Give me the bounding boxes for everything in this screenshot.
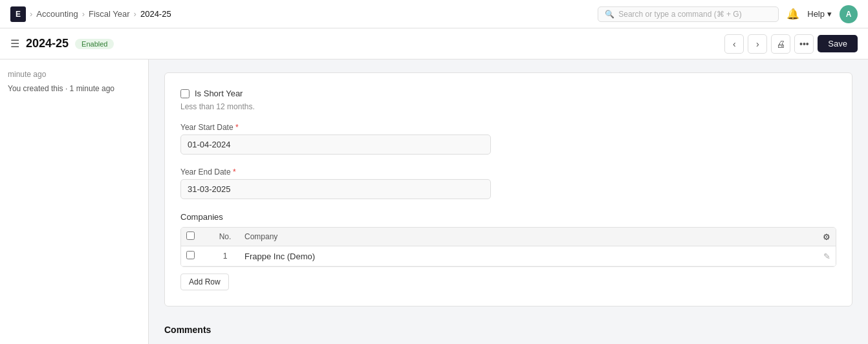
sidebar-created: You created this · 1 minute ago: [8, 84, 140, 93]
is-short-year-label: Is Short Year: [195, 89, 243, 98]
more-options-button[interactable]: •••: [794, 34, 814, 54]
sidebar-time: minute ago: [8, 70, 140, 79]
breadcrumb-accounting[interactable]: Accounting: [36, 9, 78, 19]
help-label: Help: [807, 9, 825, 19]
hamburger-icon[interactable]: ☰: [10, 38, 19, 50]
row-checkbox[interactable]: [186, 251, 195, 259]
add-row-button[interactable]: Add Row: [180, 274, 229, 290]
table-header: No. Company ⚙: [181, 228, 836, 246]
row-company: Frappe Inc (Demo): [244, 252, 811, 261]
page-title: 2024-25: [26, 37, 69, 50]
page-header-right: ‹ › 🖨 ••• Save: [724, 34, 858, 54]
header-no: No.: [206, 232, 244, 241]
help-chevron-icon: ▾: [827, 9, 832, 19]
comments-title: Comments: [164, 325, 852, 335]
status-badge: Enabled: [75, 39, 114, 49]
is-short-year-row: Is Short Year: [180, 89, 836, 98]
year-end-date-group: Year End Date *: [180, 167, 836, 199]
gear-icon[interactable]: ⚙: [823, 232, 830, 242]
sep3: ›: [134, 9, 136, 19]
row-no: 1: [206, 252, 244, 261]
avatar[interactable]: A: [840, 5, 858, 23]
prev-button[interactable]: ‹: [724, 34, 744, 54]
row-check: [186, 251, 206, 261]
navbar: E › Accounting › Fiscal Year › 2024-25 🔍…: [0, 0, 868, 28]
sidebar: minute ago You created this · 1 minute a…: [0, 59, 149, 344]
year-end-date-label: Year End Date *: [180, 167, 836, 177]
header-gear: ⚙: [811, 232, 830, 242]
table-row: 1 Frappe Inc (Demo) ✎: [181, 246, 836, 266]
year-start-date-group: Year Start Date *: [180, 123, 836, 155]
notification-icon[interactable]: 🔔: [787, 8, 799, 20]
header-company: Company: [244, 232, 811, 241]
print-button[interactable]: 🖨: [771, 34, 790, 54]
companies-table: No. Company ⚙ 1 Frappe Inc (Demo) ✎: [180, 227, 836, 267]
content-area: Is Short Year Less than 12 months. Year …: [149, 59, 868, 344]
year-start-date-label: Year Start Date *: [180, 123, 836, 132]
search-bar[interactable]: 🔍 Search or type a command (⌘ + G): [598, 6, 779, 22]
companies-label: Companies: [180, 212, 836, 222]
is-short-year-checkbox[interactable]: [180, 89, 190, 98]
select-all-checkbox[interactable]: [186, 231, 195, 240]
help-button[interactable]: Help ▾: [807, 9, 832, 19]
search-icon: 🔍: [605, 10, 614, 19]
required-star: *: [235, 123, 239, 132]
comments-section: Comments: [164, 319, 852, 340]
edit-icon[interactable]: ✎: [811, 252, 830, 261]
header-check: [186, 231, 206, 242]
search-placeholder-text: Search or type a command (⌘ + G): [618, 10, 741, 19]
year-end-date-input[interactable]: [180, 179, 491, 199]
page-header-left: ☰ 2024-25 Enabled: [10, 37, 114, 50]
breadcrumb-fiscal-year[interactable]: Fiscal Year: [89, 9, 130, 19]
short-year-description: Less than 12 months.: [180, 102, 836, 111]
app-logo: E: [10, 6, 26, 22]
year-start-date-input[interactable]: [180, 134, 491, 155]
breadcrumb-area: E › Accounting › Fiscal Year › 2024-25: [10, 6, 171, 22]
navbar-right: 🔍 Search or type a command (⌘ + G) 🔔 Hel…: [598, 5, 858, 23]
page-header: ☰ 2024-25 Enabled ‹ › 🖨 ••• Save: [0, 28, 868, 59]
sep2: ›: [82, 9, 85, 19]
breadcrumb-current: 2024-25: [140, 9, 171, 19]
sep1: ›: [30, 9, 32, 19]
main-layout: minute ago You created this · 1 minute a…: [0, 59, 868, 344]
save-button[interactable]: Save: [818, 35, 858, 52]
required-star2: *: [233, 167, 236, 177]
next-button[interactable]: ›: [748, 34, 767, 54]
form-card: Is Short Year Less than 12 months. Year …: [164, 72, 852, 306]
